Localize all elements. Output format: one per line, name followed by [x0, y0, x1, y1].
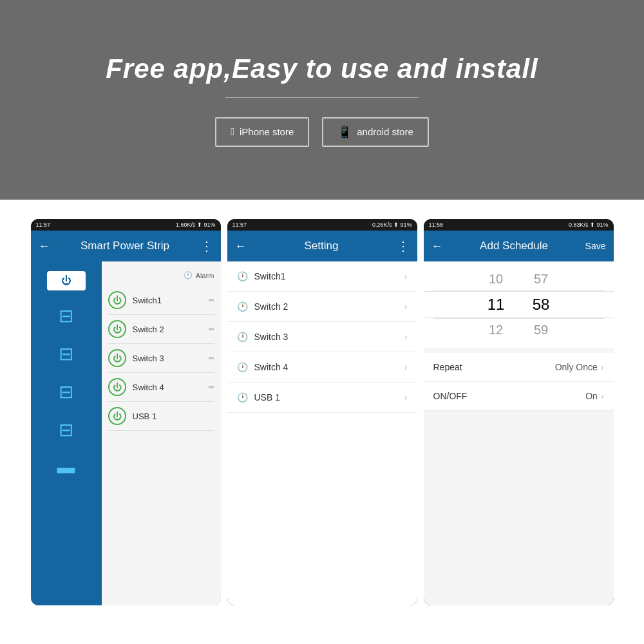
- switch-row-usb1[interactable]: ⏻ USB 1: [108, 402, 214, 431]
- switch-row-3[interactable]: ⏻ Switch 3 ✏: [108, 344, 214, 373]
- time-hour-top: 10: [483, 272, 509, 287]
- iphone-store-label: iPhone store: [240, 126, 294, 137]
- phone3-back-icon[interactable]: ←: [431, 240, 443, 253]
- phone1-time: 11:57: [36, 222, 51, 228]
- phone1-status-info: 1.60K/s ⬆ 91%: [176, 222, 216, 228]
- switch2-edit-icon: ✏: [209, 325, 214, 334]
- setting-usb1-label: USB 1: [254, 392, 404, 402]
- setting-switch3-label: Switch 3: [254, 332, 404, 342]
- switch4-power-icon[interactable]: ⏻: [108, 378, 126, 396]
- phone2-header: ← Setting ⋮: [227, 231, 417, 261]
- repeat-option[interactable]: Repeat Only Once ›: [424, 353, 614, 382]
- clock-icon-4: 🕐: [237, 362, 248, 372]
- time-minute-bottom: 59: [528, 323, 554, 337]
- time-hour-bottom: 12: [483, 323, 509, 337]
- time-minute-selected: 58: [528, 296, 554, 314]
- alarm-clock-icon: 🕐: [184, 271, 193, 279]
- clock-icon-usb1: 🕐: [237, 392, 248, 402]
- repeat-arrow-icon: ›: [601, 362, 604, 372]
- store-buttons:  iPhone store 📱 android store: [215, 117, 429, 147]
- switch3-label: Switch 3: [133, 354, 202, 363]
- phone2-more-icon[interactable]: ⋮: [397, 238, 410, 254]
- setting-item-switch4[interactable]: 🕐 Switch 4 ›: [227, 352, 417, 383]
- phone2-time: 11:57: [232, 222, 247, 228]
- main-power-button[interactable]: ⏻: [47, 271, 86, 290]
- phone3-body: 10 57 11 58 12 59 Repeat Only Once ›: [424, 261, 614, 605]
- android-store-button[interactable]: 📱 android store: [322, 117, 429, 147]
- usb1-label: USB 1: [133, 412, 214, 421]
- plug-icon-3: ⊟: [59, 381, 73, 402]
- banner: Free app,Easy to use and install  iPhon…: [0, 0, 644, 200]
- plug-icon-2: ⊟: [59, 343, 73, 365]
- time-picker[interactable]: 10 57 11 58 12 59: [424, 261, 614, 348]
- switch2-label: Switch 2: [133, 325, 202, 334]
- phone1-header: ← Smart Power Strip ⋮: [31, 231, 221, 261]
- phone1-more-icon[interactable]: ⋮: [200, 238, 213, 254]
- setting-list: 🕐 Switch1 › 🕐 Switch 2 › 🕐 Switch 3 › 🕐 …: [227, 261, 417, 605]
- setting-switch1-label: Switch1: [254, 271, 404, 281]
- phones-section: 11:57 1.60K/s ⬆ 91% ← Smart Power Strip …: [0, 200, 644, 625]
- phone3-header-title: Add Schedule: [480, 240, 548, 252]
- apple-icon: : [231, 126, 234, 138]
- time-row-bottom: 12 59: [424, 319, 614, 341]
- switch2-power-icon[interactable]: ⏻: [108, 320, 126, 338]
- plug-icon-4: ⊟: [59, 419, 73, 440]
- arrow-icon-2: ›: [404, 301, 408, 312]
- time-minute-top: 57: [528, 272, 554, 287]
- switch4-label: Switch 4: [133, 383, 202, 392]
- plug-icon-5: ▬: [57, 457, 75, 478]
- arrow-icon-4: ›: [404, 362, 408, 372]
- iphone-store-button[interactable]:  iPhone store: [215, 117, 309, 147]
- setting-item-switch1[interactable]: 🕐 Switch1 ›: [227, 261, 417, 292]
- phone1: 11:57 1.60K/s ⬆ 91% ← Smart Power Strip …: [31, 219, 221, 605]
- setting-switch2-label: Switch 2: [254, 301, 404, 312]
- android-icon: 📱: [337, 125, 352, 139]
- phone2-status-info: 0.26K/s ⬆ 91%: [372, 222, 412, 228]
- arrow-icon-1: ›: [404, 271, 408, 281]
- clock-icon-3: 🕐: [237, 332, 248, 342]
- phone1-header-title: Smart Power Strip: [80, 240, 169, 252]
- alarm-label: Alarm: [196, 272, 214, 279]
- onoff-option[interactable]: ON/OFF On ›: [424, 382, 614, 411]
- switch3-edit-icon: ✏: [209, 354, 214, 363]
- banner-title: Free app,Easy to use and install: [106, 53, 538, 84]
- time-row-selected: 11 58: [424, 291, 614, 318]
- setting-switch4-label: Switch 4: [254, 362, 404, 372]
- arrow-icon-usb1: ›: [404, 392, 408, 402]
- phone2-header-title: Setting: [305, 240, 339, 252]
- switch1-label: Switch1: [133, 296, 202, 305]
- switch-row-2[interactable]: ⏻ Switch 2 ✏: [108, 315, 214, 344]
- onoff-value: On: [585, 391, 598, 401]
- switch3-power-icon[interactable]: ⏻: [108, 349, 126, 367]
- usb1-power-icon[interactable]: ⏻: [108, 407, 126, 425]
- phone1-body: ⏻ ⊟ ⊟ ⊟ ⊟ ▬ 🕐 Alarm ⏻ Switch1 ✏ ⏻: [31, 261, 221, 605]
- plug-icon-1: ⊟: [59, 305, 73, 327]
- phone1-back-icon[interactable]: ←: [39, 240, 50, 253]
- clock-icon-1: 🕐: [237, 271, 248, 281]
- switch1-power-icon[interactable]: ⏻: [108, 291, 126, 309]
- time-row-top: 10 57: [424, 268, 614, 290]
- phone3-status-bar: 11:58 0.83K/s ⬆ 91%: [424, 219, 614, 231]
- onoff-arrow-icon: ›: [601, 391, 604, 401]
- clock-icon-2: 🕐: [237, 301, 248, 312]
- setting-item-switch2[interactable]: 🕐 Switch 2 ›: [227, 292, 417, 322]
- switch-row-1[interactable]: ⏻ Switch1 ✏: [108, 286, 214, 315]
- phone1-right-panel: 🕐 Alarm ⏻ Switch1 ✏ ⏻ Switch 2 ✏ ⏻ Switc…: [102, 261, 221, 605]
- arrow-icon-3: ›: [404, 332, 408, 342]
- setting-item-usb1[interactable]: 🕐 USB 1 ›: [227, 383, 417, 413]
- banner-divider: [225, 97, 419, 98]
- phone3-header: ← Add Schedule Save: [424, 231, 614, 261]
- phone1-status-bar: 11:57 1.60K/s ⬆ 91%: [31, 219, 221, 231]
- phone2-back-icon[interactable]: ←: [235, 240, 247, 253]
- switch-row-4[interactable]: ⏻ Switch 4 ✏: [108, 373, 214, 402]
- repeat-value: Only Once: [555, 362, 598, 372]
- switch4-edit-icon: ✏: [209, 383, 214, 392]
- setting-item-switch3[interactable]: 🕐 Switch 3 ›: [227, 322, 417, 352]
- phone1-left-panel: ⏻ ⊟ ⊟ ⊟ ⊟ ▬: [31, 261, 102, 605]
- phone3-status-info: 0.83K/s ⬆ 91%: [569, 222, 609, 228]
- phone2: 11:57 0.26K/s ⬆ 91% ← Setting ⋮ 🕐 Switch…: [227, 219, 417, 605]
- android-store-label: android store: [357, 126, 413, 137]
- phone3: 11:58 0.83K/s ⬆ 91% ← Add Schedule Save …: [424, 219, 614, 605]
- phone3-save-button[interactable]: Save: [585, 241, 606, 251]
- switch1-edit-icon: ✏: [209, 296, 214, 305]
